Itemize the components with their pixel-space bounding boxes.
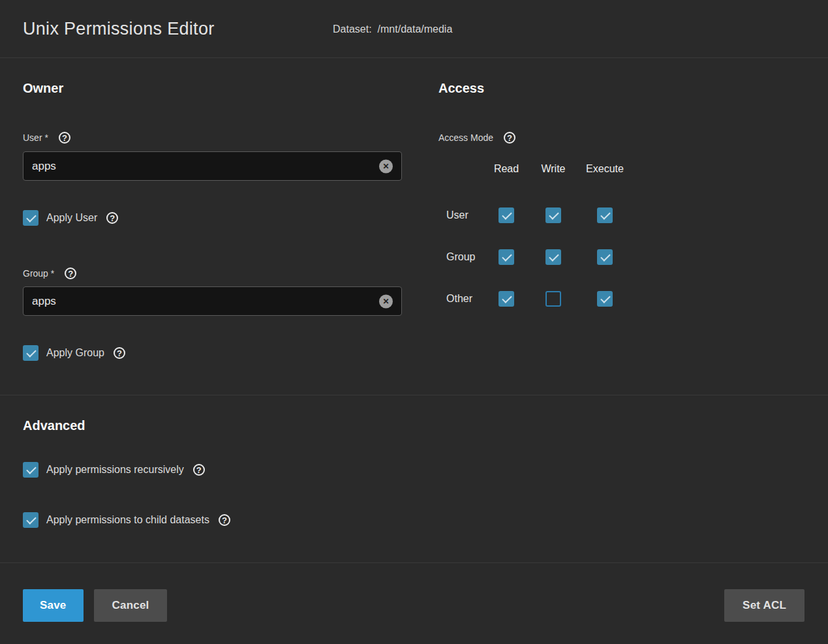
access-mode-grid: Read Write Execute User Group Other: [438, 163, 804, 307]
advanced-heading: Advanced: [23, 417, 828, 434]
apply-child-datasets-checkbox[interactable]: [23, 512, 38, 528]
apply-recursively-label: Apply permissions recursively: [46, 464, 184, 476]
column-header-read: Read: [483, 163, 530, 175]
apply-user-label: Apply User: [46, 212, 97, 224]
access-mode-help-icon[interactable]: ?: [504, 132, 515, 144]
group-write-checkbox[interactable]: [545, 249, 561, 265]
save-button[interactable]: Save: [23, 589, 84, 622]
user-read-checkbox[interactable]: [498, 207, 514, 223]
owner-heading: Owner: [23, 80, 402, 97]
page-title: Unix Permissions Editor: [23, 19, 215, 39]
access-heading: Access: [438, 80, 804, 97]
apply-user-help-icon[interactable]: ?: [106, 212, 118, 224]
apply-child-datasets-help-icon[interactable]: ?: [219, 514, 230, 526]
dataset-label: Dataset:: [333, 23, 372, 35]
user-clear-icon[interactable]: ✕: [379, 159, 393, 173]
group-input-wrap: ✕: [23, 286, 402, 316]
access-mode-label-row: Access Mode ?: [438, 130, 804, 145]
group-help-icon[interactable]: ?: [65, 268, 76, 279]
apply-recursively-row: Apply permissions recursively ?: [23, 462, 828, 478]
group-clear-icon[interactable]: ✕: [379, 294, 393, 308]
apply-group-checkbox[interactable]: [23, 345, 38, 361]
other-write-checkbox[interactable]: [545, 291, 561, 307]
apply-child-datasets-row: Apply permissions to child datasets ?: [23, 512, 828, 528]
apply-user-checkbox[interactable]: [23, 210, 38, 226]
dataset-info: Dataset: /mnt/data/media: [333, 0, 452, 58]
user-help-icon[interactable]: ?: [59, 132, 70, 144]
owner-column: Owner User * ? ✕ Apply User ? Group * ? …: [23, 58, 402, 361]
row-label-other: Other: [438, 293, 483, 305]
column-header-write: Write: [530, 163, 577, 175]
access-mode-label: Access Mode: [438, 132, 493, 143]
column-header-execute: Execute: [577, 163, 633, 175]
advanced-section: Advanced Apply permissions recursively ?…: [0, 417, 828, 563]
group-execute-checkbox[interactable]: [597, 249, 613, 265]
row-label-group: Group: [438, 251, 483, 263]
header: Unix Permissions Editor Dataset: /mnt/da…: [0, 0, 828, 58]
user-field-label-row: User * ?: [23, 130, 402, 145]
apply-child-datasets-label: Apply permissions to child datasets: [46, 514, 209, 526]
user-input[interactable]: [23, 151, 402, 181]
user-label: User *: [23, 132, 48, 143]
set-acl-button[interactable]: Set ACL: [724, 589, 805, 622]
group-input[interactable]: [23, 286, 402, 316]
access-column: Access Access Mode ? Read Write Execute …: [438, 58, 804, 361]
user-execute-checkbox[interactable]: [597, 207, 613, 223]
dataset-value: /mnt/data/media: [378, 23, 453, 35]
apply-recursively-help-icon[interactable]: ?: [193, 464, 205, 476]
other-execute-checkbox[interactable]: [597, 291, 613, 307]
user-write-checkbox[interactable]: [545, 207, 561, 223]
row-label-user: User: [438, 209, 483, 221]
apply-group-help-icon[interactable]: ?: [114, 347, 125, 359]
apply-group-label: Apply Group: [46, 347, 104, 359]
other-read-checkbox[interactable]: [498, 291, 514, 307]
owner-access-section: Owner User * ? ✕ Apply User ? Group * ? …: [0, 58, 828, 395]
footer: Save Cancel Set ACL: [0, 563, 828, 622]
group-read-checkbox[interactable]: [498, 249, 514, 265]
apply-user-row: Apply User ?: [23, 210, 402, 226]
cancel-button[interactable]: Cancel: [94, 589, 168, 622]
apply-recursively-checkbox[interactable]: [23, 462, 38, 478]
apply-group-row: Apply Group ?: [23, 345, 402, 361]
group-field-label-row: Group * ?: [23, 266, 402, 281]
user-input-wrap: ✕: [23, 151, 402, 181]
group-label: Group *: [23, 268, 54, 279]
